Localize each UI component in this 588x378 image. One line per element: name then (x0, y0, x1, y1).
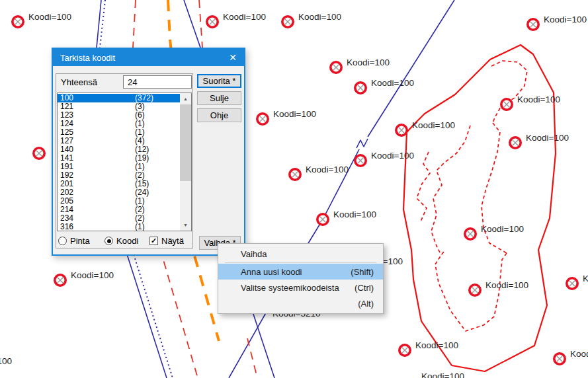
app-canvas: { "map": { "marker_label": "Koodi=100", … (0, 0, 588, 378)
checkbox-nayta[interactable]: ✓ Näytä (149, 236, 184, 246)
point-code-label: Koodi=100 (298, 12, 341, 22)
menu-item-label: Vaihda (241, 249, 267, 259)
map-line-red-dash-bottom (247, 338, 257, 378)
point-marker[interactable]: Koodi=100 (567, 274, 588, 289)
sulje-button[interactable]: Sulje (197, 91, 241, 105)
code-list-row[interactable]: 201(15) (58, 180, 180, 188)
dialog-title: Tarkista koodit (60, 53, 115, 63)
radio-pinta-label: Pinta (70, 236, 90, 246)
code-list-row[interactable]: 123(6) (58, 111, 180, 120)
point-marker[interactable]: Koodi=100 (257, 109, 316, 124)
menu-item[interactable]: Valitse systeemikoodeista(Ctrl) (218, 280, 383, 295)
point-code-label: Koodi=100 (485, 280, 528, 290)
point-code-label: Koodi=100 (481, 224, 524, 234)
context-menu: VaihdaAnna uusi koodi(Shift)Valitse syst… (218, 243, 384, 314)
code-list-row[interactable]: 316(1) (58, 223, 180, 231)
total-count-field[interactable] (123, 75, 192, 89)
ohje-button[interactable]: Ohje (197, 108, 241, 122)
code-count: (1) (135, 223, 145, 231)
point-marker[interactable]: Koodi=100 (290, 165, 349, 180)
map-line-inner-dash-top (491, 61, 527, 123)
point-code-label: Koodi=100 (371, 78, 414, 88)
code-listbox[interactable]: 100(372)121(3)123(6)124(1)125(1)127(4)14… (57, 93, 192, 231)
point-marker[interactable]: Koodi=100 (528, 15, 587, 30)
point-code-label: Koodi=100 (28, 12, 71, 22)
menu-item-shortcut: (Shift) (351, 267, 374, 277)
point-marker[interactable]: Koodi=100 (55, 270, 114, 285)
menu-separator (225, 262, 376, 263)
menu-item[interactable]: (Alt) (218, 295, 383, 311)
point-marker[interactable]: Koodi=100 (13, 12, 71, 27)
menu-item[interactable]: Vaihda (218, 246, 383, 262)
code-list-row[interactable]: 127(4) (58, 137, 180, 145)
code-value: 316 (60, 223, 135, 231)
scroll-up-icon[interactable]: ▲ (180, 93, 191, 104)
point-marker[interactable]: Koodi=100 (501, 94, 560, 110)
point-code-label: Koodi=100 (412, 120, 455, 130)
code-list-row[interactable]: 125(1) (58, 128, 180, 137)
checkbox-nayta-label: Näytä (161, 236, 184, 246)
map-line-inner-dash-left (417, 152, 430, 221)
point-marker[interactable] (34, 148, 44, 159)
menu-item[interactable]: Anna uusi koodi(Shift) (218, 264, 383, 280)
map-line-diag-break-mark (357, 139, 368, 148)
code-list-row[interactable]: 192(2) (58, 171, 180, 180)
point-code-label: Koodi=100 (371, 151, 414, 161)
code-list-row[interactable]: 100(372) (58, 94, 180, 102)
suorita-button[interactable]: Suorita * (197, 74, 241, 88)
checkbox-nayta-box[interactable]: ✓ (149, 237, 158, 245)
menu-item-shortcut: (Ctrl) (355, 283, 374, 293)
point-code-label: Koodi=100 (517, 94, 560, 104)
code-list-row[interactable]: 205(1) (58, 197, 180, 206)
map-line-blue-top-right (184, 0, 200, 48)
point-marker[interactable]: Koodi=100 (510, 133, 569, 148)
point-marker[interactable]: Koodi=100 (554, 349, 588, 364)
menu-item-shortcut: (Alt) (358, 299, 374, 309)
radio-koodi-label: Koodi (116, 236, 138, 246)
map-line-diag-upper (368, 0, 454, 137)
menu-item-label: Valitse systeemikoodeista (241, 283, 339, 293)
tarkista-koodit-dialog: Tarkista koodit ✕ Yhteensä 100(372)121(3… (52, 48, 245, 256)
point-marker[interactable]: Koodi=100 (207, 12, 266, 27)
point-code-label: Koodi=100 (306, 165, 349, 174)
code-list-row[interactable]: 202(24) (58, 188, 180, 197)
point-marker[interactable]: Koodi=100 (331, 57, 390, 73)
code-list-row[interactable]: 141(19) (58, 154, 180, 163)
menu-item-label: Anna uusi koodi (241, 267, 302, 277)
code-list-row[interactable]: 214(2) (58, 206, 180, 214)
map-line-red-dashed-top2 (199, 0, 202, 48)
total-label: Yhteensä (61, 77, 97, 87)
radio-koodi-circle[interactable] (105, 237, 113, 245)
point-marker[interactable]: Koodi=100 (399, 340, 458, 356)
point-code-label: Koodi=100 (71, 270, 114, 280)
code-list-row[interactable]: 124(1) (58, 120, 180, 128)
map-text-label: Koodi=100 (421, 371, 464, 378)
close-icon[interactable]: ✕ (222, 49, 244, 66)
option-row: Pinta Koodi ✓ Näytä (53, 236, 193, 249)
point-code-label: Koodi=100 (223, 12, 266, 22)
point-code-label: Koodi=100 (583, 274, 588, 284)
point-marker[interactable]: Koodi=100 (282, 12, 341, 27)
dialog-titlebar[interactable]: Tarkista koodit ✕ (53, 49, 244, 66)
code-list-row[interactable]: 234(2) (58, 214, 180, 223)
point-marker[interactable]: Koodi=100 (396, 120, 455, 135)
radio-koodi[interactable]: Koodi (105, 236, 138, 246)
list-scrollbar[interactable]: ▲ ▼ (180, 93, 191, 231)
point-code-label: Koodi=100 (415, 340, 458, 350)
point-code-label: Koodi=100 (526, 133, 569, 143)
radio-pinta[interactable]: Pinta (58, 236, 90, 246)
code-list-row[interactable]: 121(3) (58, 102, 180, 111)
radio-pinta-circle[interactable] (58, 237, 67, 245)
point-marker[interactable]: Koodi=100 (355, 78, 414, 93)
point-marker[interactable]: Koodi=100 (465, 224, 524, 239)
code-list-row[interactable]: 191(1) (58, 163, 180, 171)
point-code-label: Koodi=100 (333, 209, 376, 219)
point-code-label: Koodi=100 (347, 57, 390, 67)
point-code-label: Koodi=100 (570, 349, 588, 359)
map-text-label: Koodi=100 (0, 356, 12, 366)
scroll-thumb[interactable] (180, 104, 191, 181)
scroll-down-icon[interactable]: ▼ (180, 219, 191, 231)
code-list-row[interactable]: 140(12) (58, 145, 180, 154)
point-code-label: Koodi=100 (273, 109, 316, 119)
point-code-label: Koodi=100 (544, 15, 587, 24)
